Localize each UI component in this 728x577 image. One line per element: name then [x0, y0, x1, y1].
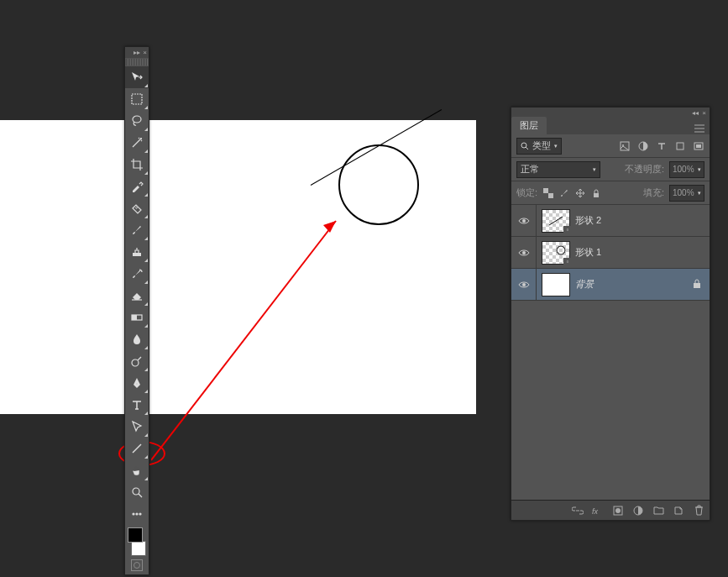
- magic-wand-tool[interactable]: [125, 132, 149, 154]
- dodge-tool[interactable]: [125, 350, 149, 372]
- path-select-tool[interactable]: [125, 416, 149, 438]
- svg-rect-29: [694, 283, 700, 288]
- svg-point-12: [136, 513, 138, 515]
- svg-point-24: [522, 219, 526, 223]
- vector-mask-icon: ▫: [563, 226, 572, 234]
- lock-pixels-icon[interactable]: [558, 187, 569, 198]
- toolbar-header: ▸▸ ×: [125, 47, 149, 58]
- eyedropper-tool[interactable]: [125, 176, 149, 197]
- svg-rect-22: [548, 193, 553, 198]
- svg-line-25: [549, 217, 563, 225]
- hand-tool[interactable]: [125, 459, 149, 481]
- filter-smart-icon[interactable]: [693, 140, 704, 152]
- gradient-tool[interactable]: [125, 307, 149, 328]
- toolbar-grip[interactable]: [126, 59, 148, 66]
- lock-position-icon[interactable]: [574, 187, 585, 198]
- crop-tool[interactable]: [125, 154, 149, 176]
- filter-type-icon[interactable]: [656, 140, 668, 152]
- svg-rect-23: [594, 193, 599, 197]
- collapse-icon[interactable]: ◂◂: [692, 109, 699, 117]
- fill-value: 100%: [673, 188, 694, 197]
- lock-label: 锁定:: [516, 186, 537, 199]
- quick-mask-toggle[interactable]: [131, 559, 143, 571]
- chevron-down-icon: ▾: [593, 166, 596, 173]
- layer-row[interactable]: ▫ 形状 1: [511, 237, 710, 269]
- layer-filter-row: 类型 ▾: [511, 134, 710, 158]
- link-layers-icon[interactable]: [572, 505, 584, 517]
- panel-menu-icon[interactable]: [689, 124, 710, 134]
- group-icon[interactable]: [652, 505, 664, 517]
- fill-input[interactable]: 100% ▾: [669, 185, 704, 202]
- foreground-color[interactable]: [128, 527, 143, 543]
- layer-thumbnail[interactable]: ▫: [542, 241, 570, 265]
- svg-point-28: [522, 283, 526, 286]
- svg-point-9: [136, 383, 138, 385]
- opacity-label: 不透明度:: [625, 163, 664, 176]
- delete-layer-icon[interactable]: [693, 505, 704, 517]
- line-tool[interactable]: [125, 438, 149, 459]
- lock-all-icon[interactable]: [590, 187, 601, 198]
- svg-point-13: [139, 513, 141, 515]
- layer-name: 背景: [575, 278, 693, 291]
- layer-row[interactable]: 背景: [511, 269, 710, 301]
- pen-tool[interactable]: [125, 372, 149, 394]
- visibility-toggle[interactable]: [511, 205, 537, 236]
- svg-point-11: [133, 513, 134, 515]
- svg-point-26: [522, 251, 526, 254]
- layer-row[interactable]: ▫ 形状 2: [511, 205, 710, 237]
- lock-transparency-icon[interactable]: [542, 187, 553, 198]
- color-swatches[interactable]: [128, 527, 146, 556]
- zoom-tool[interactable]: [125, 481, 149, 503]
- filter-adjust-icon[interactable]: [637, 140, 649, 152]
- filter-label: 类型: [532, 139, 551, 152]
- panel-footer: fx: [511, 500, 710, 520]
- blur-tool[interactable]: [125, 328, 149, 350]
- collapse-icon[interactable]: ▸▸: [134, 49, 140, 56]
- filter-pixel-icon[interactable]: [619, 140, 631, 152]
- new-layer-icon[interactable]: [673, 505, 684, 517]
- visibility-toggle[interactable]: [511, 237, 537, 268]
- lock-icon: [693, 279, 710, 291]
- clone-stamp-tool[interactable]: [125, 241, 149, 263]
- svg-point-10: [133, 488, 139, 495]
- lock-row: 锁定: 填充: 100% ▾: [511, 181, 710, 205]
- layer-fx-icon[interactable]: fx: [592, 505, 604, 517]
- layer-mask-icon[interactable]: [612, 505, 624, 517]
- vector-mask-icon: ▫: [563, 258, 572, 266]
- layer-thumbnail[interactable]: ▫: [542, 209, 570, 233]
- svg-point-4: [141, 139, 142, 139]
- lasso-tool[interactable]: [125, 110, 149, 132]
- fill-label: 填充:: [643, 186, 664, 199]
- close-icon[interactable]: ×: [702, 109, 706, 117]
- layers-list: ▫ 形状 2 ▫ 形状 1 背景: [511, 205, 710, 301]
- layers-panel: ◂◂ × 图层 类型 ▾ 正常 ▾ 不透明度: 100% ▾: [511, 107, 710, 521]
- filter-type-select[interactable]: 类型 ▾: [516, 138, 562, 155]
- eraser-tool[interactable]: [125, 285, 149, 307]
- svg-rect-5: [133, 253, 141, 256]
- chevron-down-icon: ▾: [698, 166, 701, 173]
- chevron-down-icon: ▾: [554, 143, 558, 149]
- svg-rect-2: [132, 94, 142, 104]
- layer-thumbnail[interactable]: [542, 273, 570, 296]
- background-color[interactable]: [131, 541, 146, 556]
- svg-point-27: [557, 246, 565, 254]
- opacity-value: 100%: [673, 165, 694, 174]
- layer-name: 形状 2: [575, 214, 710, 227]
- brush-tool[interactable]: [125, 219, 149, 241]
- layer-name: 形状 1: [575, 246, 710, 259]
- opacity-input[interactable]: 100% ▾: [669, 161, 704, 178]
- svg-rect-21: [543, 188, 548, 193]
- rect-marquee-tool[interactable]: [125, 88, 149, 110]
- tab-layers[interactable]: 图层: [511, 117, 547, 134]
- more-tools[interactable]: [125, 503, 149, 525]
- blend-mode-row: 正常 ▾ 不透明度: 100% ▾: [511, 158, 710, 181]
- type-tool[interactable]: [125, 394, 149, 416]
- blend-mode-select[interactable]: 正常 ▾: [516, 161, 600, 178]
- history-brush-tool[interactable]: [125, 263, 149, 285]
- move-tool[interactable]: [125, 66, 149, 88]
- spot-heal-tool[interactable]: [125, 197, 149, 219]
- close-icon[interactable]: ×: [143, 49, 147, 56]
- adjustment-layer-icon[interactable]: [632, 505, 644, 517]
- visibility-toggle[interactable]: [511, 269, 537, 300]
- filter-shape-icon[interactable]: [674, 140, 686, 152]
